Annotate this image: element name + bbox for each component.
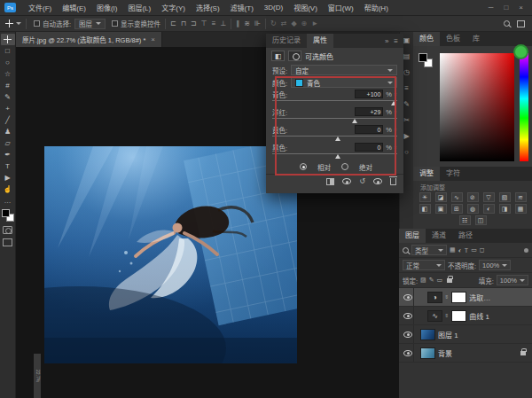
visibility-eye-icon[interactable] <box>403 294 412 300</box>
relative-radio[interactable] <box>300 163 307 170</box>
menu-layer[interactable]: 图层(L) <box>122 3 156 12</box>
black-white-icon[interactable]: ◧ <box>419 204 431 214</box>
hue-slider[interactable] <box>520 53 528 161</box>
more-tools-button[interactable]: … <box>1 195 15 207</box>
filter-type-dropdown[interactable]: 类型 <box>411 245 447 255</box>
3d-roll-icon[interactable]: ⇄ <box>281 20 287 27</box>
brush-tool[interactable]: ╱ <box>1 114 15 126</box>
auto-select-dropdown[interactable]: 图层 <box>74 19 106 29</box>
layer-thumbnail[interactable] <box>420 329 435 340</box>
levels-icon[interactable]: ◪ <box>435 192 447 202</box>
3d-scale-icon[interactable]: ► <box>311 20 318 27</box>
filter-pixel-icon[interactable]: ▦ <box>450 246 456 254</box>
panels-icon[interactable]: ▣ <box>403 36 411 44</box>
visibility-eye-icon[interactable] <box>403 332 412 338</box>
layer-name[interactable]: 曲线 1 <box>469 311 489 321</box>
fill-dropdown[interactable]: 100% <box>497 275 528 285</box>
threshold-icon[interactable]: ▦ <box>515 204 527 214</box>
slider-thumb[interactable] <box>335 154 340 159</box>
layer-row-curves[interactable]: ∿ ∞ 曲线 1 <box>399 307 532 325</box>
eraser-tool[interactable]: ▱ <box>1 137 15 149</box>
reset-icon[interactable]: ↺ <box>359 177 365 185</box>
foreground-color-swatch[interactable] <box>2 209 10 217</box>
maximize-button[interactable]: □ <box>504 4 508 12</box>
pen-tool[interactable]: ✒ <box>1 149 15 160</box>
align-hcenter-icon[interactable]: ⊓ <box>181 20 186 27</box>
menu-select[interactable]: 选择(S) <box>191 3 225 12</box>
lock-all-icon[interactable] <box>447 278 452 283</box>
tab-color[interactable]: 颜色 <box>413 32 440 46</box>
gradient-map-icon[interactable]: ◫ <box>475 215 487 225</box>
collapse-panel-icon[interactable]: » <box>385 37 388 45</box>
quick-mask-icon[interactable] <box>3 226 12 234</box>
auto-select-checkbox[interactable] <box>34 20 40 27</box>
menu-filter[interactable]: 滤镜(T) <box>225 3 259 12</box>
tab-channels[interactable]: 通道 <box>426 229 452 243</box>
layer-visibility-eye-icon[interactable] <box>373 178 382 184</box>
tab-paths[interactable]: 路径 <box>452 229 479 243</box>
posterize-icon[interactable]: ◨ <box>499 204 511 214</box>
black-value-field[interactable]: 0 <box>355 143 383 152</box>
menu-help[interactable]: 帮助(H) <box>359 3 394 12</box>
blend-mode-dropdown[interactable]: 正常 <box>403 260 445 270</box>
hand-tool[interactable]: ☝ <box>1 183 15 195</box>
layer-name[interactable]: 选取… <box>469 293 490 302</box>
stepper-icons[interactable]: ▲▼ <box>394 91 397 97</box>
color-channel-dropdown[interactable]: 青色 <box>291 77 397 88</box>
minimize-button[interactable]: ─ <box>489 4 494 12</box>
marquee-tool[interactable]: □ <box>1 45 15 57</box>
eyedropper-tool[interactable]: ✎ <box>1 91 15 103</box>
learn-icon[interactable]: ○ <box>404 148 409 156</box>
tab-swatches[interactable]: 色板 <box>440 32 466 46</box>
hue-slider-knob[interactable] <box>513 44 528 59</box>
tab-adjustments[interactable]: 调整 <box>413 167 440 181</box>
lock-pixels-icon[interactable]: ✎ <box>429 277 434 284</box>
black-slider-track[interactable] <box>272 153 397 160</box>
brightness-contrast-icon[interactable]: ☀ <box>419 192 431 202</box>
align-left-icon[interactable]: ⊏ <box>170 20 176 27</box>
visibility-eye-icon[interactable] <box>403 350 412 356</box>
cyan-value-field[interactable]: +100 <box>355 90 383 98</box>
align-vcenter-icon[interactable]: ≡ <box>212 20 216 27</box>
layer-row-background[interactable]: 背景 <box>399 344 532 363</box>
preset-dropdown[interactable]: 自定 <box>291 65 397 75</box>
stepper-icons[interactable]: ▲▼ <box>394 144 397 150</box>
magenta-value-field[interactable]: +29 <box>355 107 383 116</box>
panel-fg-bg-swatches[interactable] <box>419 53 433 67</box>
visibility-eye-icon[interactable] <box>403 313 412 319</box>
menu-image[interactable]: 图像(I) <box>91 3 123 12</box>
adjustment-thumbnail[interactable]: ◑ <box>427 292 442 303</box>
stepper-icons[interactable]: ▲▼ <box>394 127 397 132</box>
filter-adjust-icon[interactable]: ◐ <box>458 247 462 254</box>
tab-layers[interactable]: 图层 <box>399 229 426 243</box>
panel-menu-icon[interactable]: ≡ <box>394 37 398 45</box>
tab-character[interactable]: 字符 <box>440 167 466 181</box>
distribute-sp-icon[interactable]: ⊪ <box>254 20 261 27</box>
move-tool[interactable] <box>1 34 15 45</box>
path-select-tool[interactable]: ▶ <box>1 172 15 183</box>
curves-icon[interactable]: ∿ <box>451 192 463 202</box>
slider-thumb[interactable] <box>391 101 396 105</box>
type-tool[interactable]: T <box>1 160 15 172</box>
yellow-value-field[interactable]: 0 <box>355 125 383 134</box>
search-icon[interactable] <box>504 20 510 27</box>
menu-edit[interactable]: 编辑(E) <box>57 3 91 12</box>
brush-settings-icon[interactable]: ✎ <box>403 100 410 108</box>
cyan-slider-track[interactable] <box>272 100 397 107</box>
canvas-photo[interactable] <box>44 146 297 363</box>
tool-preset-caret-icon[interactable] <box>16 22 21 25</box>
distribute-v-icon[interactable]: ≋ <box>244 20 250 27</box>
lock-transparency-icon[interactable]: ▨ <box>420 277 426 284</box>
filter-shape-icon[interactable]: ▭ <box>471 246 477 254</box>
tab-properties[interactable]: 属性 <box>307 34 333 48</box>
layer-mask-icon[interactable] <box>288 51 301 61</box>
lock-position-icon[interactable]: ▭ <box>437 277 443 284</box>
screen-mode-icon[interactable] <box>3 238 12 246</box>
selective-color-icon[interactable]: ☷ <box>459 215 471 225</box>
previous-state-eye-icon[interactable] <box>342 178 351 184</box>
info-panel-icon[interactable]: ▤ <box>403 52 411 60</box>
color-balance-icon[interactable]: ≋ <box>515 192 527 202</box>
layer-mask-thumbnail[interactable] <box>451 310 466 322</box>
slider-thumb[interactable] <box>352 119 357 123</box>
delete-adjustment-icon[interactable] <box>390 178 396 185</box>
